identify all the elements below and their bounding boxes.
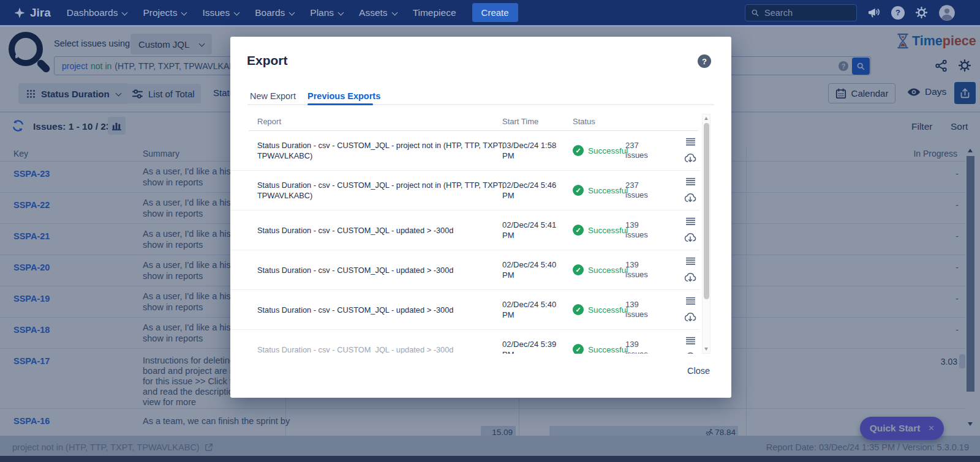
export-start-time: 03/Dec/24 1:58 PM <box>502 140 557 161</box>
export-report-name: Status Duration - csv - CUSTOM_JQL - upd… <box>257 345 505 354</box>
success-check-icon: ✓ <box>573 344 584 354</box>
chevron-down-icon <box>289 9 295 15</box>
export-status: ✓ Successful <box>573 225 628 236</box>
export-row: Status Duration - csv - CUSTOM_JQL - pro… <box>230 131 699 171</box>
chevron-down-icon <box>338 9 344 15</box>
export-list-scrollbar[interactable] <box>702 114 710 354</box>
export-col-start-time: Start Time <box>502 117 538 126</box>
export-issue-count: 139issues <box>625 220 659 240</box>
export-report-name: Status Duration - csv - CUSTOM_JQL - pro… <box>257 180 505 201</box>
dialog-help-icon[interactable]: ? <box>698 54 711 68</box>
top-navbar: Jira Dashboards Projects Issues Boards P… <box>0 0 980 25</box>
chevron-down-icon <box>181 9 187 15</box>
download-cloud-icon[interactable] <box>684 311 697 322</box>
search-icon <box>751 9 760 17</box>
export-start-time: 02/Dec/24 5:41 PM <box>502 220 557 240</box>
export-report-name: Status Duration - csv - CUSTOM_JQL - upd… <box>257 265 505 275</box>
export-status: ✓ Successful <box>573 185 628 196</box>
row-menu-icon[interactable] <box>685 218 696 226</box>
export-col-report: Report <box>257 117 281 126</box>
export-dialog: Export ? New Export Previous Exports Rep… <box>230 37 731 398</box>
help-ic</span>on[interactable]: ? <box>891 6 905 20</box>
bottom-strip <box>0 456 980 462</box>
create-button[interactable]: Create <box>472 3 518 22</box>
success-check-icon: ✓ <box>573 304 584 315</box>
download-cloud-icon[interactable] <box>684 152 697 163</box>
export-report-name: Status Duration - csv - CUSTOM_JQL - upd… <box>257 225 505 236</box>
row-menu-icon[interactable] <box>685 178 696 186</box>
success-check-icon: ✓ <box>573 185 584 196</box>
scrollbar-up-arrow[interactable] <box>704 117 708 120</box>
export-start-time: 02/Dec/24 5:40 PM <box>502 259 557 280</box>
navbar-bottom-strip <box>0 25 980 27</box>
export-status: ✓ Successful <box>573 304 628 315</box>
export-row: Status Duration - csv - CUSTOM_JQL - upd… <box>230 330 699 354</box>
nav-boards[interactable]: Boards <box>255 7 294 18</box>
export-issue-count: 237issues <box>625 141 659 160</box>
success-check-icon: ✓ <box>573 225 584 236</box>
nav-plans[interactable]: Plans <box>310 7 343 18</box>
export-col-status: Status <box>573 117 595 126</box>
brand-label: Jira <box>30 6 51 20</box>
scrollbar-down-arrow[interactable] <box>704 348 708 351</box>
export-status: ✓ Successful <box>573 145 628 156</box>
export-issue-count: 139issues <box>625 300 659 319</box>
tab-previous-exports[interactable]: Previous Exports <box>307 91 380 101</box>
nav-timepiece[interactable]: Timepiece <box>413 7 456 18</box>
export-row: Status Duration - csv - CUSTOM_JQL - pro… <box>230 171 699 211</box>
nav-projects[interactable]: Projects <box>143 7 186 18</box>
announcements-megaphone-icon[interactable] <box>867 6 881 20</box>
export-status: ✓ Successful <box>573 344 628 354</box>
export-start-time: 02/Dec/24 5:39 PM <box>502 339 557 354</box>
export-row: Status Duration - csv - CUSTOM_JQL - upd… <box>230 211 699 250</box>
download-cloud-icon[interactable] <box>684 351 697 354</box>
export-row: Status Duration - csv - CUSTOM_JQL - upd… <box>230 290 699 330</box>
nav-dashboards[interactable]: Dashboards <box>67 7 127 18</box>
nav-assets[interactable]: Assets <box>359 7 397 18</box>
export-report-name: Status Duration - csv - CUSTOM_JQL - upd… <box>257 305 505 315</box>
row-menu-icon[interactable] <box>685 138 696 146</box>
close-button[interactable]: Close <box>687 366 710 376</box>
search-placeholder: Search <box>764 8 793 18</box>
chevron-down-icon <box>234 9 240 15</box>
export-report-name: Status Duration - csv - CUSTOM_JQL - pro… <box>257 140 505 161</box>
export-issue-count: 139issues <box>625 260 659 280</box>
dialog-title: Export <box>247 53 288 68</box>
tab-new-export[interactable]: New Export <box>250 91 296 101</box>
user-avatar[interactable] <box>938 4 956 21</box>
navbar-search-input[interactable]: Search <box>745 4 857 21</box>
download-cloud-icon[interactable] <box>684 192 697 203</box>
success-check-icon: ✓ <box>573 264 584 275</box>
row-menu-icon[interactable] <box>685 258 696 266</box>
chevron-down-icon <box>391 9 398 15</box>
row-menu-icon[interactable] <box>685 337 696 345</box>
export-list-viewport: Status Duration - csv - CUSTOM_JQL - pro… <box>230 131 699 354</box>
nav-issues[interactable]: Issues <box>202 7 239 18</box>
download-cloud-icon[interactable] <box>684 232 697 243</box>
gear-icon[interactable] <box>915 6 928 19</box>
row-menu-icon[interactable] <box>685 297 696 305</box>
active-tab-underline <box>307 103 373 105</box>
export-issue-count: 139issues <box>625 340 659 354</box>
chevron-down-icon <box>122 9 128 15</box>
export-start-time: 02/Dec/24 5:46 PM <box>502 180 557 201</box>
export-issue-count: 237issues <box>625 181 659 200</box>
export-start-time: 02/Dec/24 5:40 PM <box>502 299 557 320</box>
jira-mark-icon <box>13 7 26 19</box>
export-status: ✓ Successful <box>573 264 628 275</box>
download-cloud-icon[interactable] <box>684 272 697 283</box>
scrollbar-thumb[interactable] <box>704 123 709 299</box>
export-row: Status Duration - csv - CUSTOM_JQL - upd… <box>230 250 699 290</box>
success-check-icon: ✓ <box>573 145 584 156</box>
jira-logo[interactable]: Jira <box>13 6 51 20</box>
